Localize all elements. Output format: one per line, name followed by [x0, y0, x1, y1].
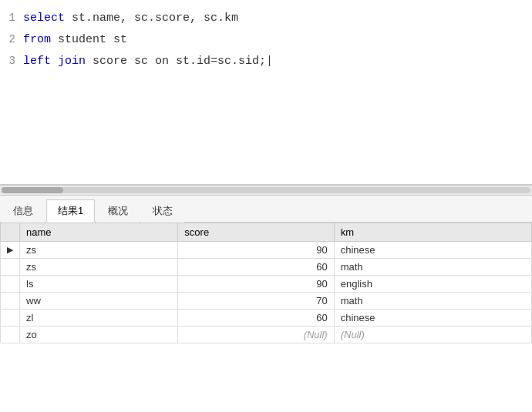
table-row[interactable]: ls 90 english — [1, 276, 532, 293]
cell-name: zo — [20, 327, 178, 343]
row-indicator — [1, 293, 20, 310]
row-indicator — [1, 327, 20, 343]
code-content-1: select st.name, sc.score, sc.km — [23, 9, 238, 28]
code-line-3: 3 left join score sc on st.id=sc.sid; — [0, 51, 532, 72]
tab-info[interactable]: 信息 — [2, 199, 45, 223]
table-row[interactable]: ww 70 math — [1, 293, 532, 310]
table-row[interactable]: zo (Null) (Null) — [1, 327, 532, 343]
cell-km: chinese — [334, 310, 531, 327]
cell-score: 60 — [178, 259, 334, 276]
cell-km: math — [334, 293, 531, 310]
cell-km: (Null) — [334, 327, 531, 343]
row-indicator — [1, 276, 20, 293]
code-tail-2: student st — [51, 33, 127, 46]
code-line-2: 2 from student st — [0, 29, 532, 51]
code-content-2: from student st — [23, 31, 127, 49]
cell-score: 60 — [178, 310, 334, 327]
tabs-bar: 信息 结果1 概况 状态 — [0, 196, 532, 223]
row-indicator — [1, 310, 20, 327]
horizontal-scrollbar[interactable] — [0, 185, 532, 196]
cell-km: english — [334, 276, 531, 293]
results-table: name score km ▶ zs 90 chinese zs 60 math — [0, 223, 532, 343]
code-content-3: left join score sc on st.id=sc.sid; — [23, 52, 273, 71]
line-number-3: 3 — [0, 52, 23, 69]
col-score: score — [178, 223, 334, 242]
cell-name: ww — [20, 293, 178, 310]
tab-results[interactable]: 结果1 — [46, 199, 95, 223]
cell-km: chinese — [334, 242, 531, 259]
cell-name: ls — [20, 276, 178, 293]
col-name: name — [20, 223, 178, 242]
code-editor[interactable]: 1 select st.name, sc.score, sc.km 2 from… — [0, 0, 532, 185]
scrollbar-thumb[interactable] — [2, 187, 63, 193]
cell-score: (Null) — [178, 327, 334, 343]
cell-score: 90 — [178, 242, 334, 259]
table-row[interactable]: zl 60 chinese — [1, 310, 532, 327]
keyword-from: from — [23, 33, 51, 46]
code-tail-3: score sc on st.id=sc.sid; — [86, 55, 273, 68]
keyword-select: select — [23, 12, 65, 25]
results-table-container: name score km ▶ zs 90 chinese zs 60 math — [0, 223, 532, 412]
keyword-leftjoin: left join — [23, 55, 86, 68]
cell-name: zs — [20, 259, 178, 276]
table-row[interactable]: ▶ zs 90 chinese — [1, 242, 532, 259]
col-km: km — [334, 223, 531, 242]
cell-name: zl — [20, 310, 178, 327]
table-row[interactable]: zs 60 math — [1, 259, 532, 276]
tab-status[interactable]: 状态 — [141, 199, 184, 223]
row-indicator: ▶ — [1, 242, 20, 259]
row-indicator — [1, 259, 20, 276]
line-number-2: 2 — [0, 31, 23, 48]
cell-score: 70 — [178, 293, 334, 310]
cell-name: zs — [20, 242, 178, 259]
cell-score: 90 — [178, 276, 334, 293]
code-tail-1: st.name, sc.score, sc.km — [65, 12, 238, 25]
code-line-1: 1 select st.name, sc.score, sc.km — [0, 8, 532, 29]
col-indicator — [1, 223, 20, 242]
table-header-row: name score km — [1, 223, 532, 242]
bottom-panel: 信息 结果1 概况 状态 name score km ▶ zs 90 chine… — [0, 196, 532, 412]
scrollbar-track — [2, 187, 530, 193]
tab-overview[interactable]: 概况 — [96, 199, 140, 223]
cell-km: math — [334, 259, 531, 276]
line-number-1: 1 — [0, 9, 23, 26]
